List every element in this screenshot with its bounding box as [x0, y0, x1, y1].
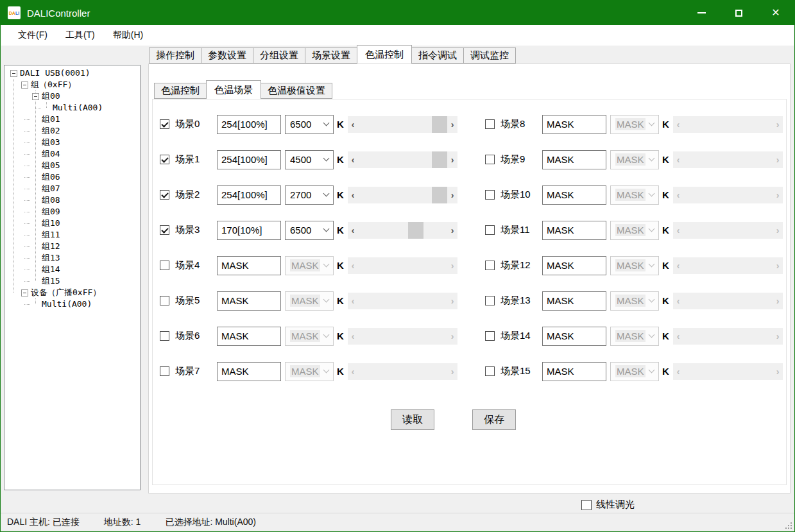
tree-item[interactable]: 组03: [4, 137, 140, 148]
scene-level-input[interactable]: [217, 291, 281, 311]
scroll-left-icon[interactable]: ‹: [348, 222, 358, 239]
scene-checkbox[interactable]: [160, 261, 169, 270]
scrollbar-thumb[interactable]: [432, 116, 447, 133]
scene-temp-dropdown[interactable]: 6500: [285, 115, 334, 134]
tab-scene-settings[interactable]: 场景设置: [305, 47, 357, 64]
tab-color-temp-extremes[interactable]: 色温极值设置: [261, 83, 332, 99]
scene-checkbox[interactable]: [485, 331, 495, 341]
scene-temp-dropdown[interactable]: MASK: [610, 327, 659, 346]
tree-expander-icon[interactable]: [21, 82, 28, 89]
scene-level-input[interactable]: [542, 115, 606, 134]
scene-scrollbar[interactable]: ‹›: [673, 222, 783, 239]
scene-checkbox[interactable]: [160, 155, 169, 164]
scene-scrollbar[interactable]: ‹›: [673, 151, 783, 168]
tree-item[interactable]: 组10: [4, 218, 140, 229]
resize-grip[interactable]: [784, 521, 792, 529]
scene-temp-dropdown[interactable]: 6500: [285, 221, 334, 240]
scene-checkbox[interactable]: [485, 366, 495, 376]
tab-color-temp-control[interactable]: 色温控制: [357, 45, 412, 64]
scene-temp-dropdown[interactable]: 2700: [285, 185, 334, 205]
scene-checkbox[interactable]: [160, 296, 169, 305]
scene-checkbox[interactable]: [160, 366, 169, 376]
scene-checkbox[interactable]: [485, 261, 495, 270]
scene-scrollbar[interactable]: ‹›: [348, 293, 457, 309]
read-button[interactable]: 读取: [391, 409, 434, 430]
tree-item[interactable]: 组06: [4, 171, 140, 183]
tab-grouping-settings[interactable]: 分组设置: [253, 47, 305, 64]
tree-item[interactable]: DALI USB(0001): [4, 67, 140, 79]
scroll-right-icon[interactable]: ›: [773, 363, 783, 380]
scroll-left-icon[interactable]: ‹: [348, 257, 358, 274]
scroll-left-icon[interactable]: ‹: [348, 363, 358, 380]
scene-scrollbar[interactable]: ‹›: [348, 363, 457, 380]
tree-expander-icon[interactable]: [21, 289, 28, 296]
tree-expander-icon[interactable]: [32, 93, 39, 100]
scroll-right-icon[interactable]: ›: [773, 222, 783, 239]
scene-level-input[interactable]: [542, 327, 606, 346]
scroll-left-icon[interactable]: ‹: [348, 151, 358, 168]
close-button[interactable]: ✕: [757, 1, 794, 25]
scene-level-input[interactable]: [217, 185, 281, 205]
scroll-left-icon[interactable]: ‹: [348, 187, 358, 203]
scene-temp-dropdown[interactable]: 4500: [285, 150, 334, 169]
scene-temp-dropdown[interactable]: MASK: [285, 291, 334, 311]
tree-item[interactable]: 组02: [4, 125, 140, 137]
minimize-button[interactable]: [683, 1, 720, 25]
scene-level-input[interactable]: [217, 221, 281, 240]
scene-level-input[interactable]: [217, 256, 281, 275]
scroll-right-icon[interactable]: ›: [773, 293, 783, 309]
scene-temp-dropdown[interactable]: MASK: [285, 362, 334, 381]
scene-scrollbar[interactable]: ‹›: [348, 328, 457, 345]
scene-checkbox[interactable]: [485, 190, 495, 200]
tree-item[interactable]: 组15: [4, 275, 140, 287]
tab-debug-monitor[interactable]: 调试监控: [463, 47, 516, 64]
scrollbar-thumb[interactable]: [432, 187, 447, 203]
scroll-left-icon[interactable]: ‹: [348, 293, 358, 309]
menu-tools[interactable]: 工具(T): [56, 26, 104, 44]
scene-checkbox[interactable]: [160, 225, 169, 235]
scene-scrollbar[interactable]: ‹›: [348, 116, 457, 133]
tree-item[interactable]: 组13: [4, 252, 140, 264]
tab-command-debug[interactable]: 指令调试: [411, 47, 464, 64]
tab-color-temp-scene[interactable]: 色温场景: [206, 80, 261, 99]
scroll-right-icon[interactable]: ›: [447, 116, 457, 133]
scene-temp-dropdown[interactable]: MASK: [610, 150, 659, 169]
tree-item[interactable]: 组09: [4, 206, 140, 218]
menu-file[interactable]: 文件(F): [9, 26, 56, 44]
scroll-right-icon[interactable]: ›: [773, 257, 783, 274]
scene-level-input[interactable]: [542, 291, 606, 311]
maximize-button[interactable]: [720, 1, 757, 25]
scene-temp-dropdown[interactable]: MASK: [610, 362, 659, 381]
tree-item[interactable]: 设备（广播0xFF）: [4, 287, 140, 298]
scene-scrollbar[interactable]: ‹›: [673, 363, 783, 380]
tab-operation-control[interactable]: 操作控制: [149, 47, 201, 64]
scroll-right-icon[interactable]: ›: [447, 151, 457, 168]
scroll-left-icon[interactable]: ‹: [673, 328, 683, 345]
scene-level-input[interactable]: [542, 256, 606, 275]
scene-level-input[interactable]: [542, 185, 606, 205]
scene-level-input[interactable]: [542, 221, 606, 240]
scroll-right-icon[interactable]: ›: [773, 151, 783, 168]
scene-checkbox[interactable]: [485, 155, 495, 164]
scrollbar-thumb[interactable]: [408, 222, 423, 239]
scroll-left-icon[interactable]: ‹: [673, 293, 683, 309]
scroll-left-icon[interactable]: ‹: [673, 187, 683, 203]
linear-dimming-checkbox[interactable]: [581, 500, 592, 510]
scene-temp-dropdown[interactable]: MASK: [610, 256, 659, 275]
scene-level-input[interactable]: [542, 362, 606, 381]
scroll-right-icon[interactable]: ›: [773, 116, 783, 133]
scene-temp-dropdown[interactable]: MASK: [610, 115, 659, 134]
scroll-left-icon[interactable]: ‹: [673, 151, 683, 168]
scroll-left-icon[interactable]: ‹: [673, 363, 683, 380]
scene-scrollbar[interactable]: ‹›: [673, 116, 783, 133]
scene-scrollbar[interactable]: ‹›: [348, 187, 457, 203]
scroll-left-icon[interactable]: ‹: [673, 222, 683, 239]
scene-scrollbar[interactable]: ‹›: [348, 222, 457, 239]
scene-checkbox[interactable]: [485, 296, 495, 305]
tab-parameter-settings[interactable]: 参数设置: [201, 47, 253, 64]
scroll-right-icon[interactable]: ›: [447, 222, 457, 239]
scroll-right-icon[interactable]: ›: [773, 328, 783, 345]
scene-level-input[interactable]: [217, 362, 281, 381]
scene-level-input[interactable]: [217, 150, 281, 169]
scroll-left-icon[interactable]: ‹: [348, 328, 358, 345]
